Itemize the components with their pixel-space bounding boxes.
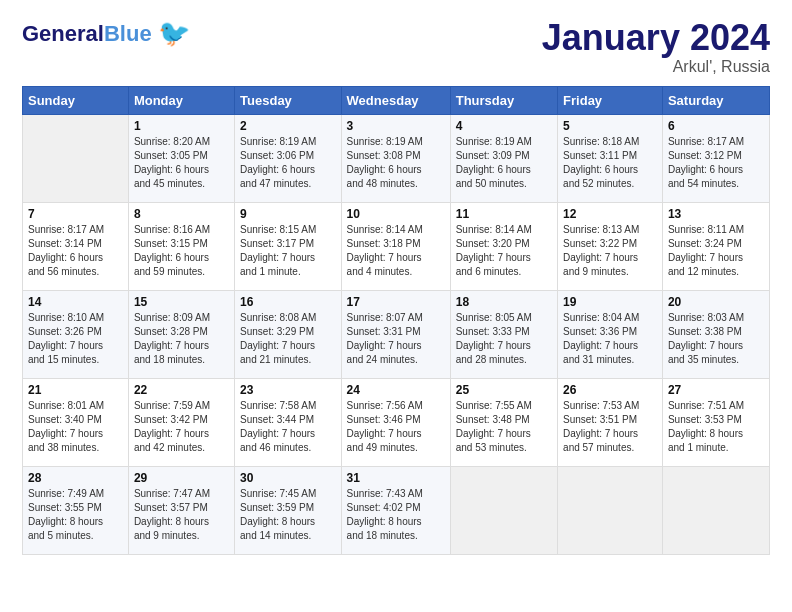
day-info: Sunrise: 7:59 AMSunset: 3:42 PMDaylight:… — [134, 399, 229, 455]
day-info: Sunrise: 7:58 AMSunset: 3:44 PMDaylight:… — [240, 399, 336, 455]
calendar-day-cell: 29Sunrise: 7:47 AMSunset: 3:57 PMDayligh… — [128, 466, 234, 554]
page: GeneralBlue 🐦 January 2024 Arkul', Russi… — [0, 0, 792, 565]
day-info: Sunrise: 8:15 AMSunset: 3:17 PMDaylight:… — [240, 223, 336, 279]
calendar-day-cell: 26Sunrise: 7:53 AMSunset: 3:51 PMDayligh… — [558, 378, 663, 466]
day-of-week-header: Wednesday — [341, 86, 450, 114]
day-info: Sunrise: 7:55 AMSunset: 3:48 PMDaylight:… — [456, 399, 552, 455]
calendar-table: SundayMondayTuesdayWednesdayThursdayFrid… — [22, 86, 770, 555]
calendar-day-cell: 11Sunrise: 8:14 AMSunset: 3:20 PMDayligh… — [450, 202, 557, 290]
calendar-day-cell: 20Sunrise: 8:03 AMSunset: 3:38 PMDayligh… — [662, 290, 769, 378]
day-number: 28 — [28, 471, 123, 485]
day-of-week-header: Thursday — [450, 86, 557, 114]
day-info: Sunrise: 7:51 AMSunset: 3:53 PMDaylight:… — [668, 399, 764, 455]
day-number: 20 — [668, 295, 764, 309]
day-info: Sunrise: 8:04 AMSunset: 3:36 PMDaylight:… — [563, 311, 657, 367]
location-subtitle: Arkul', Russia — [542, 58, 770, 76]
day-info: Sunrise: 8:05 AMSunset: 3:33 PMDaylight:… — [456, 311, 552, 367]
calendar-day-cell: 27Sunrise: 7:51 AMSunset: 3:53 PMDayligh… — [662, 378, 769, 466]
day-info: Sunrise: 8:08 AMSunset: 3:29 PMDaylight:… — [240, 311, 336, 367]
calendar-day-cell: 19Sunrise: 8:04 AMSunset: 3:36 PMDayligh… — [558, 290, 663, 378]
day-number: 15 — [134, 295, 229, 309]
calendar-day-cell: 5Sunrise: 8:18 AMSunset: 3:11 PMDaylight… — [558, 114, 663, 202]
calendar-day-cell — [450, 466, 557, 554]
logo-accent: Blue — [104, 21, 152, 46]
calendar-day-cell: 10Sunrise: 8:14 AMSunset: 3:18 PMDayligh… — [341, 202, 450, 290]
day-number: 19 — [563, 295, 657, 309]
day-number: 2 — [240, 119, 336, 133]
day-number: 1 — [134, 119, 229, 133]
calendar-day-cell — [23, 114, 129, 202]
day-info: Sunrise: 8:14 AMSunset: 3:18 PMDaylight:… — [347, 223, 445, 279]
day-info: Sunrise: 8:16 AMSunset: 3:15 PMDaylight:… — [134, 223, 229, 279]
day-info: Sunrise: 8:17 AMSunset: 3:14 PMDaylight:… — [28, 223, 123, 279]
day-of-week-header: Saturday — [662, 86, 769, 114]
calendar-day-cell: 8Sunrise: 8:16 AMSunset: 3:15 PMDaylight… — [128, 202, 234, 290]
day-number: 12 — [563, 207, 657, 221]
day-number: 4 — [456, 119, 552, 133]
day-number: 5 — [563, 119, 657, 133]
day-number: 23 — [240, 383, 336, 397]
calendar-day-cell: 6Sunrise: 8:17 AMSunset: 3:12 PMDaylight… — [662, 114, 769, 202]
calendar-day-cell: 31Sunrise: 7:43 AMSunset: 4:02 PMDayligh… — [341, 466, 450, 554]
day-number: 7 — [28, 207, 123, 221]
calendar-day-cell: 7Sunrise: 8:17 AMSunset: 3:14 PMDaylight… — [23, 202, 129, 290]
day-number: 17 — [347, 295, 445, 309]
calendar-day-cell: 12Sunrise: 8:13 AMSunset: 3:22 PMDayligh… — [558, 202, 663, 290]
day-info: Sunrise: 7:56 AMSunset: 3:46 PMDaylight:… — [347, 399, 445, 455]
day-number: 26 — [563, 383, 657, 397]
day-info: Sunrise: 7:49 AMSunset: 3:55 PMDaylight:… — [28, 487, 123, 543]
day-number: 25 — [456, 383, 552, 397]
calendar-week-row: 14Sunrise: 8:10 AMSunset: 3:26 PMDayligh… — [23, 290, 770, 378]
day-number: 3 — [347, 119, 445, 133]
day-number: 11 — [456, 207, 552, 221]
day-of-week-header: Monday — [128, 86, 234, 114]
calendar-day-cell: 1Sunrise: 8:20 AMSunset: 3:05 PMDaylight… — [128, 114, 234, 202]
calendar-day-cell: 15Sunrise: 8:09 AMSunset: 3:28 PMDayligh… — [128, 290, 234, 378]
day-number: 24 — [347, 383, 445, 397]
calendar-week-row: 7Sunrise: 8:17 AMSunset: 3:14 PMDaylight… — [23, 202, 770, 290]
calendar-week-row: 28Sunrise: 7:49 AMSunset: 3:55 PMDayligh… — [23, 466, 770, 554]
calendar-day-cell: 21Sunrise: 8:01 AMSunset: 3:40 PMDayligh… — [23, 378, 129, 466]
calendar-day-cell: 14Sunrise: 8:10 AMSunset: 3:26 PMDayligh… — [23, 290, 129, 378]
day-number: 29 — [134, 471, 229, 485]
calendar-day-cell: 4Sunrise: 8:19 AMSunset: 3:09 PMDaylight… — [450, 114, 557, 202]
day-info: Sunrise: 7:43 AMSunset: 4:02 PMDaylight:… — [347, 487, 445, 543]
calendar-day-cell: 13Sunrise: 8:11 AMSunset: 3:24 PMDayligh… — [662, 202, 769, 290]
day-number: 9 — [240, 207, 336, 221]
day-of-week-header: Sunday — [23, 86, 129, 114]
day-info: Sunrise: 7:47 AMSunset: 3:57 PMDaylight:… — [134, 487, 229, 543]
day-info: Sunrise: 8:14 AMSunset: 3:20 PMDaylight:… — [456, 223, 552, 279]
calendar-day-cell: 17Sunrise: 8:07 AMSunset: 3:31 PMDayligh… — [341, 290, 450, 378]
day-number: 6 — [668, 119, 764, 133]
day-number: 21 — [28, 383, 123, 397]
day-number: 31 — [347, 471, 445, 485]
day-info: Sunrise: 7:53 AMSunset: 3:51 PMDaylight:… — [563, 399, 657, 455]
day-info: Sunrise: 8:10 AMSunset: 3:26 PMDaylight:… — [28, 311, 123, 367]
day-info: Sunrise: 8:17 AMSunset: 3:12 PMDaylight:… — [668, 135, 764, 191]
day-info: Sunrise: 8:07 AMSunset: 3:31 PMDaylight:… — [347, 311, 445, 367]
calendar-day-cell: 18Sunrise: 8:05 AMSunset: 3:33 PMDayligh… — [450, 290, 557, 378]
calendar-day-cell: 9Sunrise: 8:15 AMSunset: 3:17 PMDaylight… — [235, 202, 342, 290]
day-info: Sunrise: 8:11 AMSunset: 3:24 PMDaylight:… — [668, 223, 764, 279]
day-number: 18 — [456, 295, 552, 309]
calendar-day-cell: 24Sunrise: 7:56 AMSunset: 3:46 PMDayligh… — [341, 378, 450, 466]
day-info: Sunrise: 8:18 AMSunset: 3:11 PMDaylight:… — [563, 135, 657, 191]
calendar-day-cell: 2Sunrise: 8:19 AMSunset: 3:06 PMDaylight… — [235, 114, 342, 202]
calendar-day-cell: 25Sunrise: 7:55 AMSunset: 3:48 PMDayligh… — [450, 378, 557, 466]
calendar-day-cell: 30Sunrise: 7:45 AMSunset: 3:59 PMDayligh… — [235, 466, 342, 554]
day-info: Sunrise: 7:45 AMSunset: 3:59 PMDaylight:… — [240, 487, 336, 543]
day-info: Sunrise: 8:09 AMSunset: 3:28 PMDaylight:… — [134, 311, 229, 367]
logo-text: GeneralBlue — [22, 23, 152, 45]
calendar-day-cell: 23Sunrise: 7:58 AMSunset: 3:44 PMDayligh… — [235, 378, 342, 466]
day-info: Sunrise: 8:19 AMSunset: 3:06 PMDaylight:… — [240, 135, 336, 191]
calendar-day-cell — [558, 466, 663, 554]
calendar-day-cell: 16Sunrise: 8:08 AMSunset: 3:29 PMDayligh… — [235, 290, 342, 378]
day-info: Sunrise: 8:20 AMSunset: 3:05 PMDaylight:… — [134, 135, 229, 191]
month-year-title: January 2024 — [542, 18, 770, 58]
day-info: Sunrise: 8:13 AMSunset: 3:22 PMDaylight:… — [563, 223, 657, 279]
day-of-week-header: Friday — [558, 86, 663, 114]
calendar-day-cell: 28Sunrise: 7:49 AMSunset: 3:55 PMDayligh… — [23, 466, 129, 554]
day-number: 8 — [134, 207, 229, 221]
day-number: 10 — [347, 207, 445, 221]
day-number: 30 — [240, 471, 336, 485]
